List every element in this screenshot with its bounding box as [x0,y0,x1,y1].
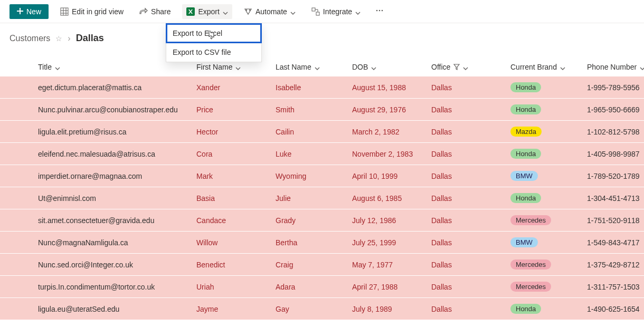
column-last-name[interactable]: Last Name [276,63,352,71]
cell-phone: 1-405-998-9987 [587,150,644,158]
cell-office: Dallas [431,283,510,291]
table-row[interactable]: Nunc.pulvinar.arcu@conubianostraper.eduP… [0,99,644,121]
export-csv-item[interactable]: Export to CSV file [166,43,261,62]
command-bar: New Edit in grid view Share Export Autom… [0,0,644,23]
cell-office: Dallas [431,194,510,203]
svg-rect-4 [312,8,315,11]
cell-dob: August 6, 1985 [352,194,431,203]
cell-brand: Honda [510,82,587,92]
cell-brand: Honda [510,193,587,203]
cell-title: Nunc@magnaNamligula.ca [38,238,196,247]
brand-badge: Honda [510,304,541,314]
cell-title: eleifend.nec.malesuada@atrisus.ca [38,150,196,158]
column-title[interactable]: Title [38,63,196,71]
column-office[interactable]: Office [431,63,510,71]
export-button[interactable]: Export [182,4,232,19]
cell-title: ligula.elit.pretium@risus.ca [38,128,196,136]
share-icon [139,7,148,16]
cell-first-name: Xander [196,83,276,92]
table-row[interactable]: ligula.elit.pretium@risus.caHectorCailin… [0,121,644,143]
cell-dob: July 8, 1989 [352,305,431,313]
cell-last-name: Gay [276,305,352,313]
cell-first-name: Cora [196,150,276,158]
cell-title: eget.dictum.placerat@mattis.ca [38,83,196,92]
automate-label: Automate [255,7,287,16]
share-button[interactable]: Share [135,4,175,19]
cell-phone: 1-311-757-1503 [587,283,644,291]
cell-brand: Mercedes [510,282,587,292]
cell-last-name: Wyoming [276,172,352,180]
cell-brand: Mazda [510,127,587,137]
new-button[interactable]: New [10,4,49,19]
cell-phone: 1-490-625-1654 [587,305,644,313]
cell-first-name: Uriah [196,283,276,291]
cell-title: sit.amet.consectetuer@gravida.edu [38,216,196,225]
cell-office: Dallas [431,105,510,114]
column-first-name[interactable]: First Name [196,63,276,71]
cell-dob: March 2, 1982 [352,128,431,136]
integrate-label: Integrate [323,7,352,16]
table-row[interactable]: Nunc.sed.orci@Integer.co.ukBenedictCraig… [0,254,644,276]
cell-last-name: Julie [276,194,352,203]
column-brand[interactable]: Current Brand [510,63,587,71]
cell-first-name: Basia [196,194,276,203]
cell-dob: July 25, 1999 [352,238,431,247]
svg-point-7 [379,10,381,12]
column-phone[interactable]: Phone Number [587,63,644,71]
table-row[interactable]: sit.amet.consectetuer@gravida.eduCandace… [0,209,644,232]
edit-grid-label: Edit in grid view [72,7,124,16]
column-title-label: Title [38,63,52,71]
breadcrumb-separator: › [68,34,70,43]
cell-office: Dallas [431,128,510,136]
table-row[interactable]: ligula.eu@uteratSed.eduJaymeGayJuly 8, 1… [0,298,644,320]
cell-dob: April 27, 1988 [352,283,431,291]
integrate-icon [311,7,320,16]
cell-phone: 1-304-451-4713 [587,194,644,203]
cell-last-name: Bertha [276,238,352,247]
table-row[interactable]: Ut@enimnisl.comBasiaJulieAugust 6, 1985D… [0,187,644,209]
cell-brand: Mercedes [510,259,587,270]
brand-badge: Mercedes [510,282,551,292]
chevron-down-icon [640,64,644,70]
cell-last-name: Grady [276,216,352,225]
breadcrumb-root[interactable]: Customers [10,34,50,43]
brand-badge: Mercedes [510,215,551,225]
table-row[interactable]: eget.dictum.placerat@mattis.caXanderIsab… [0,76,644,99]
cell-phone: 1-965-950-6669 [587,105,644,114]
svg-rect-5 [316,12,319,15]
column-brand-label: Current Brand [510,63,557,71]
cell-brand: BMW [510,237,587,247]
cell-last-name: Smith [276,105,352,114]
cell-dob: April 10, 1999 [352,172,431,180]
filter-icon [453,64,460,70]
brand-badge: Honda [510,193,541,203]
cell-last-name: Luke [276,150,352,158]
svg-point-2 [246,9,247,10]
column-office-label: Office [431,63,450,71]
flow-icon [244,7,252,16]
column-dob[interactable]: DOB [352,63,431,71]
chevron-down-icon [355,9,361,14]
cell-dob: August 29, 1976 [352,105,431,114]
more-button[interactable] [372,3,387,20]
edit-grid-button[interactable]: Edit in grid view [56,4,128,19]
export-excel-item[interactable]: Export to Excel [166,24,261,43]
chevron-down-icon [463,64,468,70]
cell-office: Dallas [431,150,510,158]
cell-phone: 1-751-520-9118 [587,216,644,225]
table-row[interactable]: turpis.In.condimentum@tortor.co.ukUriahA… [0,276,644,298]
table-row[interactable]: imperdiet.ornare@magnaa.comMarkWyomingAp… [0,165,644,187]
table-row[interactable]: Nunc@magnaNamligula.caWillowBerthaJuly 2… [0,232,644,254]
cell-last-name: Cailin [276,128,352,136]
cell-office: Dallas [431,261,510,269]
excel-icon [186,7,195,16]
cell-dob: August 15, 1988 [352,83,431,92]
cell-brand: Honda [510,304,587,314]
integrate-button[interactable]: Integrate [307,4,365,19]
chevron-down-icon [235,64,241,70]
column-phone-label: Phone Number [587,63,637,71]
automate-button[interactable]: Automate [240,4,300,19]
cell-title: Nunc.pulvinar.arcu@conubianostraper.edu [38,105,196,114]
table-row[interactable]: eleifend.nec.malesuada@atrisus.caCoraLuk… [0,143,644,165]
favorite-icon[interactable]: ☆ [55,34,62,43]
